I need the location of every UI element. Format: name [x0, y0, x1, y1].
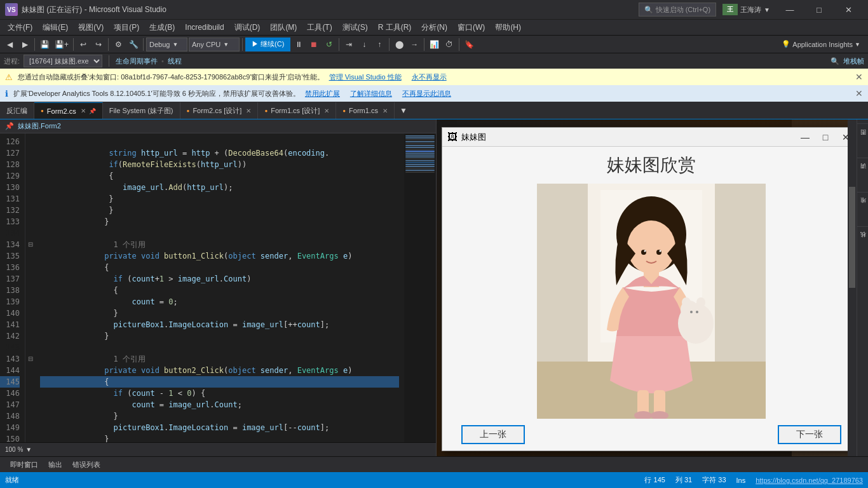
- manage-vs-perf-link[interactable]: 管理 Visual Studio 性能: [329, 72, 402, 82]
- tab-dot: ●: [41, 108, 44, 114]
- minimize-button[interactable]: —: [775, 0, 804, 19]
- ins-label: Ins: [736, 477, 746, 484]
- form-window-controls: — □ ✕: [796, 129, 855, 146]
- disable-extension-link[interactable]: 禁用此扩展: [305, 89, 340, 98]
- back-button[interactable]: ◀: [3, 37, 17, 51]
- tab-form1cs[interactable]: ● Form1.cs ✕: [336, 102, 395, 119]
- form-maximize-button[interactable]: □: [816, 129, 835, 146]
- notif-close-1[interactable]: ✕: [855, 72, 863, 82]
- cpu-dropdown[interactable]: Any CPU ▼: [189, 37, 240, 51]
- status-col[interactable]: 列 31: [675, 475, 692, 485]
- pin-icon[interactable]: 📌: [89, 108, 96, 114]
- menu-file[interactable]: 文件(F): [3, 20, 37, 36]
- zoom-level[interactable]: 100 %: [5, 446, 23, 453]
- continue-button[interactable]: ▶ 继续(C): [245, 37, 290, 51]
- sidebar-item-2[interactable]: 调: [857, 158, 869, 189]
- menu-analyze[interactable]: 分析(N): [416, 20, 452, 36]
- undo-button[interactable]: ↩: [76, 37, 90, 51]
- menu-incredibuild[interactable]: Incredibuild: [180, 20, 229, 36]
- bottom-tab-immediate[interactable]: 即时窗口: [5, 457, 43, 473]
- save-button[interactable]: 💾: [37, 37, 51, 51]
- bookmark-button[interactable]: 🔖: [462, 37, 476, 51]
- save-all-button[interactable]: 💾+: [53, 37, 71, 51]
- form-minimize-button[interactable]: —: [796, 129, 815, 146]
- tab-form1-design[interactable]: ● Form1.cs [设计] ✕: [258, 102, 336, 119]
- tab-form2-design[interactable]: ● Form2.cs [设计] ✕: [180, 102, 259, 119]
- notif-close-2[interactable]: ✕: [855, 88, 863, 98]
- debug-mode-dropdown[interactable]: Debug ▼: [146, 37, 187, 51]
- sidebar-item-1[interactable]: 图: [857, 123, 869, 155]
- never-show-link-2[interactable]: 不再显示此消息: [402, 89, 451, 98]
- status-ready[interactable]: 就绪: [5, 475, 19, 485]
- diag-button[interactable]: 📊: [427, 37, 441, 51]
- status-row[interactable]: 行 145: [644, 475, 665, 485]
- close-button[interactable]: ✕: [834, 0, 863, 19]
- process-bar: 进程: [16764] 妹妹图.exe 生命周期事件 • 线程 🔍 堆栈帧: [0, 53, 868, 69]
- tab-close-icon[interactable]: ✕: [383, 107, 388, 114]
- sidebar-item-3[interactable]: 堆: [857, 192, 869, 224]
- next-button[interactable]: 下一张: [778, 425, 841, 444]
- bottom-tab-output[interactable]: 输出: [43, 457, 67, 473]
- quick-launch-search[interactable]: 🔍 快速启动 (Ctrl+Q): [639, 3, 716, 17]
- toolbar-misc-2[interactable]: 🔧: [126, 37, 140, 51]
- sidebar-item-4[interactable]: 栈: [857, 226, 869, 258]
- step-over-button[interactable]: ⇥: [342, 37, 356, 51]
- toolbar-separator-4: [143, 38, 144, 51]
- stop-button[interactable]: ⏹: [307, 37, 321, 51]
- learn-more-link[interactable]: 了解详细信息: [350, 89, 392, 98]
- restart-button[interactable]: ↺: [322, 37, 336, 51]
- step-into-button[interactable]: ↓: [357, 37, 371, 51]
- step-out-button[interactable]: ↑: [372, 37, 386, 51]
- status-char[interactable]: 字符 33: [702, 475, 726, 485]
- svg-point-13: [696, 297, 705, 308]
- panel-scrollbar[interactable]: [848, 119, 857, 456]
- code-content[interactable]: 126 127 128 129 130 131 132 133 134 134 …: [0, 133, 436, 442]
- tab-form2cs[interactable]: ● Form2.cs ✕ 📌: [34, 102, 103, 119]
- menu-project[interactable]: 项目(P): [109, 20, 144, 36]
- menu-window[interactable]: 窗口(W): [452, 20, 490, 36]
- code-minimap: [404, 133, 436, 442]
- tab-filesystem[interactable]: File System (妹子图): [103, 102, 180, 119]
- insights-chevron-icon: ▼: [855, 41, 860, 48]
- process-label: 进程:: [4, 57, 20, 66]
- menu-edit[interactable]: 编辑(E): [37, 20, 73, 36]
- maximize-button[interactable]: □: [804, 0, 834, 19]
- bottom-tab-errors[interactable]: 错误列表: [67, 457, 105, 473]
- code-text-area[interactable]: string http_url = http + (DecodeBase64(e…: [35, 133, 404, 442]
- status-link[interactable]: https://blog.csdn.net/qq_27189763: [756, 477, 863, 484]
- menu-help[interactable]: 帮助(H): [490, 20, 526, 36]
- status-ins[interactable]: Ins: [736, 477, 746, 484]
- filter-icon[interactable]: 🔍: [831, 57, 839, 65]
- tab-disassembly[interactable]: 反汇编: [0, 102, 34, 119]
- breadcrumb-pin-icon[interactable]: 📌: [5, 122, 14, 130]
- menu-view[interactable]: 视图(V): [73, 20, 109, 36]
- pause-button[interactable]: ⏸: [292, 37, 306, 51]
- menu-tools[interactable]: 工具(T): [302, 20, 337, 36]
- chevron-down-icon[interactable]: ▼: [764, 6, 770, 13]
- tab-dot: ●: [264, 108, 268, 114]
- process-select[interactable]: [16764] 妹妹图.exe: [24, 55, 102, 67]
- tab-overflow-button[interactable]: ▼: [395, 102, 412, 119]
- thread-link[interactable]: 线程: [168, 57, 182, 66]
- forward-button[interactable]: ▶: [18, 37, 32, 51]
- toolbar-separator-7: [389, 38, 390, 51]
- tab-close-icon[interactable]: ✕: [246, 107, 251, 114]
- tab-close-icon[interactable]: ✕: [324, 107, 329, 114]
- show-next-stmt-button[interactable]: →: [407, 37, 421, 51]
- redo-button[interactable]: ↪: [92, 37, 105, 51]
- never-show-link-1[interactable]: 永不再显示: [412, 72, 447, 82]
- menu-build[interactable]: 生成(B): [144, 20, 180, 36]
- prev-button[interactable]: 上一张: [461, 425, 525, 444]
- lifecycle-link[interactable]: 生命周期事件: [116, 57, 158, 66]
- menu-r-tools[interactable]: R 工具(R): [373, 20, 417, 36]
- menu-team[interactable]: 团队(M): [265, 20, 302, 36]
- notification-bar-1: ⚠ 您通过自动隐藏或折叠'未知窗口: 08a1bf1d-7967-4afc-82…: [0, 69, 868, 85]
- breakpoint-button[interactable]: ⬤: [392, 37, 406, 51]
- zoom-down-icon[interactable]: ▼: [25, 446, 32, 453]
- app-insights-section[interactable]: 💡 Application Insights ▼: [782, 40, 865, 48]
- menu-debug[interactable]: 调试(D): [229, 20, 266, 36]
- tab-close-icon[interactable]: ✕: [81, 107, 86, 114]
- perf-button[interactable]: ⏱: [442, 37, 456, 51]
- menu-test[interactable]: 测试(S): [337, 20, 373, 36]
- toolbar-misc-1[interactable]: ⚙: [111, 37, 125, 51]
